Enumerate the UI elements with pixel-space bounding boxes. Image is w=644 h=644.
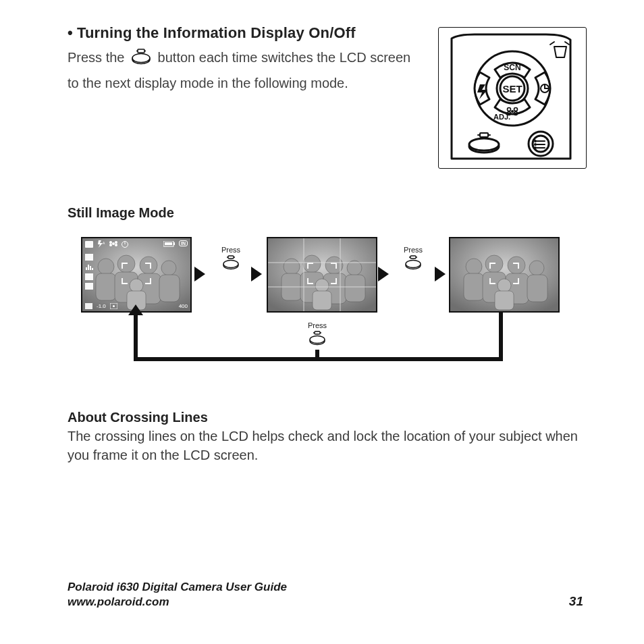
svg-rect-31 [96, 273, 116, 300]
arrow-right-icon [378, 267, 389, 281]
family-photo-placeholder [450, 238, 558, 311]
loop-connector [134, 313, 138, 361]
svg-rect-16 [480, 133, 488, 137]
lcd-preview-full-info: A IN -1.0 400 [81, 237, 192, 313]
lcd-button-icon [297, 331, 338, 347]
crossing-lines-grid [268, 238, 376, 311]
display-mode-diagram: A IN -1.0 400 [81, 237, 601, 372]
svg-point-28 [535, 147, 536, 149]
svg-point-34 [140, 257, 157, 274]
arrow-up-icon [128, 304, 143, 315]
lcd-preview-grid [267, 237, 377, 313]
svg-point-90 [529, 261, 544, 275]
footer-url: www.polaroid.com [68, 595, 287, 609]
camera-back-illustration: SET SCN [438, 27, 587, 169]
still-image-mode-heading: Still Image Mode [68, 205, 587, 221]
svg-rect-93 [495, 291, 514, 310]
press-label: Press [211, 246, 251, 271]
svg-point-82 [406, 261, 421, 268]
svg-point-27 [535, 144, 536, 145]
para-pre: Press the [68, 50, 128, 65]
arrow-right-icon [251, 267, 262, 281]
svg-point-4 [132, 54, 150, 63]
svg-point-86 [485, 255, 503, 273]
svg-point-32 [117, 255, 135, 273]
set-label: SET [503, 83, 522, 95]
lcd-button-icon [393, 255, 433, 271]
page-number: 31 [569, 594, 583, 609]
svg-point-38 [130, 279, 143, 292]
svg-point-98 [310, 336, 325, 344]
press-label: Press [297, 321, 338, 347]
loop-connector [499, 313, 503, 361]
svg-point-26 [535, 140, 536, 142]
about-text: The crossing lines on the LCD helps chec… [68, 427, 587, 464]
svg-rect-94 [315, 331, 320, 334]
section-title-text: Turning the Information Display On/Off [77, 24, 356, 41]
svg-point-20 [469, 138, 499, 151]
svg-point-84 [466, 259, 482, 275]
svg-point-36 [161, 261, 176, 275]
section-title: •Turning the Information Display On/Off [68, 24, 418, 42]
svg-point-88 [508, 257, 525, 274]
press-label: Press [393, 246, 433, 271]
svg-rect-58 [228, 256, 234, 259]
lcd-button-icon [211, 255, 251, 271]
svg-rect-85 [464, 273, 484, 300]
family-photo-placeholder [82, 238, 190, 311]
footer-guide-title: Polaroid i630 Digital Camera User Guide [68, 581, 287, 594]
lcd-preview-clean [449, 237, 560, 313]
scn-label: SCN [504, 63, 520, 72]
page-footer: Polaroid i630 Digital Camera User Guide … [68, 581, 583, 609]
svg-point-62 [223, 261, 238, 268]
svg-point-92 [498, 279, 511, 292]
bullet: • [68, 24, 73, 41]
arrow-right-icon [435, 267, 446, 281]
svg-rect-78 [410, 256, 416, 259]
about-heading: About Crossing Lines [68, 410, 587, 425]
svg-rect-91 [527, 275, 547, 302]
svg-point-8 [511, 110, 514, 113]
svg-rect-37 [159, 275, 180, 302]
loop-connector [315, 350, 319, 361]
arrow-right-icon [194, 267, 205, 281]
svg-rect-0 [138, 49, 144, 53]
adj-label: ADJ. [493, 113, 510, 121]
lcd-button-icon [131, 49, 151, 72]
section-paragraph: Press the button each time switches the … [68, 46, 418, 95]
svg-point-30 [98, 259, 114, 275]
